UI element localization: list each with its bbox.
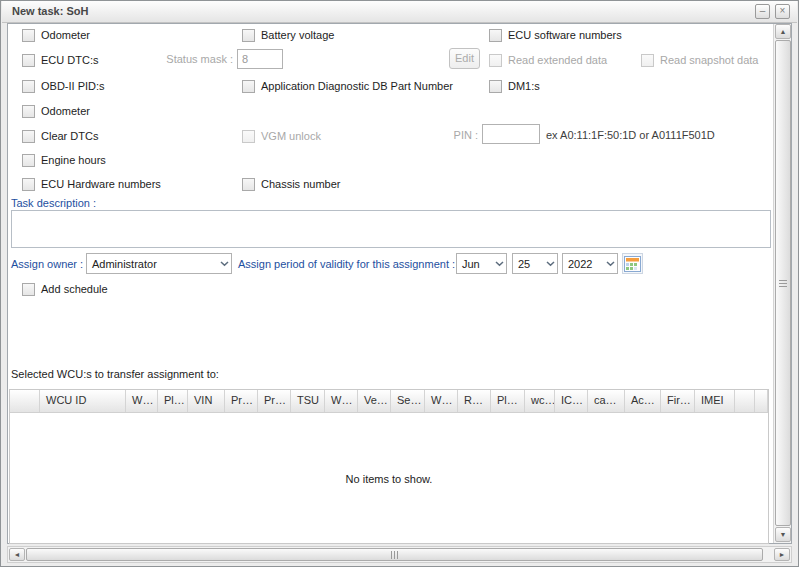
scroll-right-button[interactable]: ► [774,548,790,561]
task-description-textarea[interactable] [11,210,771,248]
checkbox-icon [242,178,255,191]
titlebar[interactable]: New task: SoH – × [2,1,797,23]
edit-button[interactable]: Edit [449,48,480,69]
validity-month-select[interactable]: Jun [456,253,507,274]
odometer-checkbox-1[interactable]: Odometer [22,28,90,42]
table-header-cell[interactable] [755,390,768,412]
table-header-cell[interactable]: ca… [588,390,625,412]
vertical-scrollbar[interactable]: ▲ ▼ [773,24,791,543]
checkbox-icon [242,29,255,42]
table-header-cell[interactable]: W… [425,390,458,412]
validity-label: Assign period of validity for this assig… [238,258,455,270]
status-mask-label: Status mask : [161,53,233,65]
read-extended-data-checkbox[interactable]: Read extended data [489,53,607,67]
pin-hint: ex A0:11:1F:50:1D or A0111F501D [546,129,715,141]
wcu-table-caption: Selected WCU:s to transfer assignment to… [11,368,219,380]
checkbox-icon [22,283,35,296]
close-icon: × [780,5,786,16]
checkbox-icon [489,54,502,67]
application-diagnostic-db-part-number-checkbox[interactable]: Application Diagnostic DB Part Number [242,79,453,93]
arrow-down-icon: ▼ [780,531,787,538]
table-header-cell[interactable]: W… [325,390,358,412]
table-header-cell[interactable]: Se… [391,390,425,412]
status-mask-input[interactable] [237,49,283,69]
window-title: New task: SoH [12,5,88,17]
chassis-number-checkbox[interactable]: Chassis number [242,177,340,191]
validity-year-select[interactable]: 2022 [562,253,618,274]
table-header-cell[interactable]: Pl… [158,390,188,412]
pin-input[interactable] [482,124,540,144]
checkbox-icon [242,80,255,93]
grip-icon [779,280,787,287]
chevron-down-icon [603,261,617,267]
calendar-button[interactable] [622,253,643,274]
chevron-down-icon [217,261,231,267]
table-header-cell[interactable]: IMEI [695,390,735,412]
checkbox-icon [22,130,35,143]
checkbox-icon [22,29,35,42]
horizontal-scrollbar-thumb[interactable] [26,548,763,561]
table-header-cell[interactable]: WCU ID [40,390,126,412]
ecu-software-numbers-checkbox[interactable]: ECU software numbers [489,28,622,42]
wcu-table-body: No items to show. [10,413,768,545]
close-button[interactable]: × [775,4,790,19]
read-snapshot-data-checkbox[interactable]: Read snapshot data [641,53,758,67]
vgm-unlock-checkbox[interactable]: VGM unlock [242,129,321,143]
battery-voltage-checkbox[interactable]: Battery voltage [242,28,334,42]
task-description-label: Task description : [11,197,96,209]
empty-table-message: No items to show. [346,473,433,485]
arrow-right-icon: ► [779,551,786,558]
table-header-cell[interactable]: W… [126,390,158,412]
checkbox-icon [489,29,502,42]
scroll-down-button[interactable]: ▼ [775,527,791,542]
validity-day-select[interactable]: 25 [512,253,558,274]
dm1s-checkbox[interactable]: DM1:s [489,79,540,93]
vertical-scrollbar-thumb[interactable] [775,40,791,526]
grip-icon [391,551,398,559]
table-header-cell[interactable]: TSU [291,390,325,412]
wcu-table-header: WCU IDW…Pl…VINPr…Pr…TSUW…Ve…Se…W…R…Pl…wc… [10,390,768,413]
obd-ii-pids-checkbox[interactable]: OBD-II PID:s [22,79,105,93]
new-task-window: New task: SoH – × Odometer Battery volta… [0,0,799,567]
checkbox-icon [641,54,654,67]
calendar-icon [624,256,641,272]
chevron-down-icon [543,261,557,267]
arrow-up-icon: ▲ [780,28,787,35]
table-header-cell[interactable]: R… [458,390,491,412]
checkbox-icon [22,178,35,191]
scroll-up-button[interactable]: ▲ [775,24,791,39]
engine-hours-checkbox[interactable]: Engine hours [22,153,106,167]
arrow-left-icon: ◄ [14,551,21,558]
table-header-cell[interactable] [735,390,755,412]
checkbox-icon [242,130,255,143]
minimize-icon: – [760,5,766,16]
add-schedule-checkbox[interactable]: Add schedule [22,282,108,296]
table-header-cell[interactable]: wc… [525,390,555,412]
horizontal-scrollbar[interactable]: ◄ ► [7,546,792,563]
checkbox-icon [22,54,35,67]
table-header-cell[interactable]: Fir… [661,390,695,412]
table-header-cell[interactable]: IC… [555,390,588,412]
checkbox-icon [489,80,502,93]
ecu-dtcs-checkbox[interactable]: ECU DTC:s [22,53,98,67]
minimize-button[interactable]: – [755,4,770,19]
ecu-hardware-numbers-checkbox[interactable]: ECU Hardware numbers [22,177,161,191]
clear-dtcs-checkbox[interactable]: Clear DTCs [22,129,98,143]
assign-owner-select[interactable]: Administrator [86,253,232,274]
checkbox-icon [22,105,35,118]
assign-owner-label: Assign owner : [11,258,83,270]
table-header-cell[interactable]: Ve… [358,390,391,412]
scroll-left-button[interactable]: ◄ [9,548,25,561]
checkbox-icon [22,154,35,167]
table-header-cell[interactable]: Pl… [491,390,525,412]
checkbox-icon [22,80,35,93]
wcu-table: WCU IDW…Pl…VINPr…Pr…TSUW…Ve…Se…W…R…Pl…wc… [9,389,769,544]
chevron-down-icon [492,261,506,267]
pin-label: PIN : [431,129,478,141]
table-header-cell[interactable] [10,390,40,412]
odometer-checkbox-2[interactable]: Odometer [22,104,90,118]
table-header-cell[interactable]: Ac… [625,390,661,412]
table-header-cell[interactable]: Pr… [225,390,258,412]
table-header-cell[interactable]: VIN [188,390,225,412]
table-header-cell[interactable]: Pr… [258,390,291,412]
